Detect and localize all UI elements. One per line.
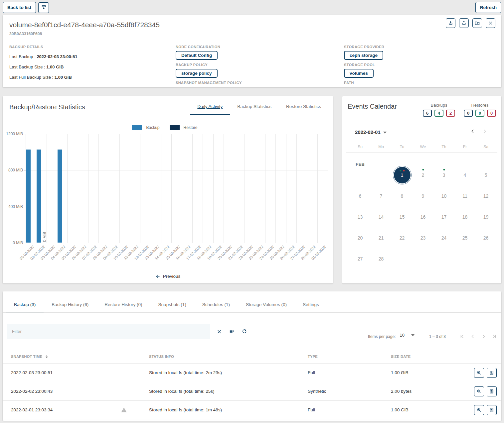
- refresh-button[interactable]: Refresh: [475, 2, 501, 13]
- reload-icon[interactable]: [242, 329, 247, 334]
- calendar-day-8[interactable]: 8: [392, 185, 413, 206]
- column-header-size-date[interactable]: SIZE DATE: [391, 355, 467, 359]
- calendar-day-7[interactable]: 7: [371, 185, 392, 206]
- calendar-week: 20212223242526: [342, 227, 501, 248]
- chart-gridline-v: [161, 134, 161, 243]
- backup-policy-chip[interactable]: storage policy: [176, 69, 218, 78]
- day-number: 13: [358, 214, 363, 220]
- chart-gridline-v: [328, 134, 328, 243]
- calendar-day-27[interactable]: 27: [350, 248, 371, 269]
- calendar-day-24[interactable]: 24: [433, 227, 454, 248]
- calendar-day-12[interactable]: 12: [475, 185, 496, 206]
- calendar-day-1[interactable]: 1: [392, 164, 413, 185]
- y-tick: [24, 134, 26, 134]
- backups-label: Backups: [423, 103, 455, 108]
- next-month-icon[interactable]: [482, 129, 487, 135]
- day-number: 10: [441, 193, 447, 199]
- clear-icon[interactable]: [217, 329, 222, 334]
- tab-settings[interactable]: Settings: [295, 297, 327, 312]
- calendar-day-9[interactable]: 9: [413, 185, 433, 206]
- first-page-icon[interactable]: [459, 333, 465, 340]
- calendar-day-25[interactable]: 25: [454, 227, 475, 248]
- restores-count-badge: 0: [475, 110, 484, 117]
- table-row: 2022-02-01 23:03:34Stored in local fs (t…: [3, 401, 501, 419]
- calendar-day-5[interactable]: 5: [475, 164, 496, 185]
- report-icon[interactable]: [487, 386, 497, 396]
- calendar-day-3[interactable]: 3: [433, 164, 454, 185]
- previous-page-icon[interactable]: [470, 333, 476, 340]
- node-config-chip[interactable]: Default Config: [176, 51, 218, 60]
- calendar-day-14[interactable]: 14: [371, 206, 392, 227]
- storage-provider-chip[interactable]: ceph storage: [344, 51, 383, 60]
- calendar-day-23[interactable]: 23: [413, 227, 433, 248]
- calendar-day-28[interactable]: 28: [371, 248, 392, 269]
- volume-id: 30B0A33160F608: [9, 32, 495, 36]
- event-dot: [400, 170, 401, 171]
- top-toolbar: Back to list Refresh: [0, 0, 504, 15]
- preview-icon[interactable]: [474, 386, 484, 396]
- tab-storage-volumes-0[interactable]: Storage Volumes (0): [238, 297, 295, 312]
- back-to-list-button[interactable]: Back to list: [3, 2, 36, 13]
- previous-month-icon[interactable]: [470, 129, 475, 135]
- calendar-day-16[interactable]: 16: [413, 206, 433, 227]
- report-icon[interactable]: [487, 405, 497, 415]
- weekday-th: Th: [433, 145, 454, 149]
- calendar-day-6[interactable]: 6: [350, 185, 371, 206]
- calendar-day-26[interactable]: 26: [475, 227, 496, 248]
- calendar-day-20[interactable]: 20: [350, 227, 371, 248]
- calendar-day-11[interactable]: 11: [454, 185, 475, 206]
- stats-tab-restore-statistics[interactable]: Restore Statistics: [279, 103, 328, 115]
- collapse-icon[interactable]: [38, 2, 49, 13]
- day-number: 16: [420, 214, 426, 220]
- stats-tab-daily-activity[interactable]: Daily Activity: [190, 103, 230, 115]
- calendar-day-15[interactable]: 15: [392, 206, 413, 227]
- sort-desc-icon: [45, 354, 49, 359]
- calendar-day-21[interactable]: 21: [371, 227, 392, 248]
- column-header-snapshot-time[interactable]: SNAPSHOT TIME: [11, 354, 149, 359]
- last-page-icon[interactable]: [491, 333, 497, 340]
- filter-field[interactable]: [7, 324, 210, 339]
- chart-gridline-v: [286, 134, 286, 243]
- calendar-day-18[interactable]: 18: [454, 206, 475, 227]
- tab-restore-history-0[interactable]: Restore History (0): [96, 297, 150, 312]
- calendar-day-4[interactable]: 4: [454, 164, 475, 185]
- tab-backup-3[interactable]: Backup (3): [6, 297, 44, 312]
- next-page-icon[interactable]: [480, 333, 487, 340]
- preview-icon[interactable]: [474, 405, 484, 415]
- tab-snapshots-1[interactable]: Snapshots (1): [150, 297, 194, 312]
- columns-icon[interactable]: [229, 329, 235, 334]
- calendar-day-2[interactable]: 2: [413, 164, 433, 185]
- selected-day[interactable]: 1: [393, 166, 412, 184]
- backup-detail-row: Last Full Backup Size : 1.00 GiB: [9, 75, 176, 80]
- items-per-page-select[interactable]: 10: [399, 333, 415, 340]
- backup-now-icon[interactable]: [446, 18, 455, 28]
- tab-backup-history-6[interactable]: Backup History (6): [44, 297, 96, 312]
- filter-input[interactable]: [11, 329, 206, 334]
- close-icon[interactable]: [486, 18, 495, 28]
- calendar-day-10[interactable]: 10: [433, 185, 454, 206]
- storage-section: STORAGE PROVIDER ceph storage STORAGE PO…: [338, 45, 495, 85]
- file-recovery-icon[interactable]: [472, 18, 482, 28]
- report-icon[interactable]: [487, 368, 497, 378]
- stats-tab-backup-statistics[interactable]: Backup Statistics: [230, 103, 279, 115]
- calendar-day-13[interactable]: 13: [350, 206, 371, 227]
- tab-schedules-1[interactable]: Schedules (1): [194, 297, 238, 312]
- calendar-day-17[interactable]: 17: [433, 206, 454, 227]
- column-header-status-info[interactable]: STATUS INFO: [149, 355, 308, 359]
- preview-icon[interactable]: [474, 368, 484, 378]
- calendar-week: 12345: [342, 164, 501, 185]
- storage-pool-chip[interactable]: volumes: [344, 69, 374, 78]
- column-header-type[interactable]: TYPE: [308, 355, 391, 359]
- y-tick-label: 1200 MiB: [3, 132, 23, 136]
- restore-icon[interactable]: [459, 18, 469, 28]
- backups-count-badge: 4: [434, 110, 443, 117]
- events-calendar-card: Events Calendar Backups 642 Restores 000…: [342, 96, 501, 283]
- calendar-day-22[interactable]: 22: [392, 227, 413, 248]
- month-selector[interactable]: 2022-02-01: [355, 129, 381, 135]
- calendar-day-empty: [454, 248, 475, 269]
- previous-link[interactable]: Previous: [3, 274, 333, 279]
- chart-gridline-v: [67, 134, 68, 243]
- calendar-day-19[interactable]: 19: [475, 206, 496, 227]
- event-dot: [443, 169, 445, 170]
- calendar-week: 6789101112: [342, 185, 501, 206]
